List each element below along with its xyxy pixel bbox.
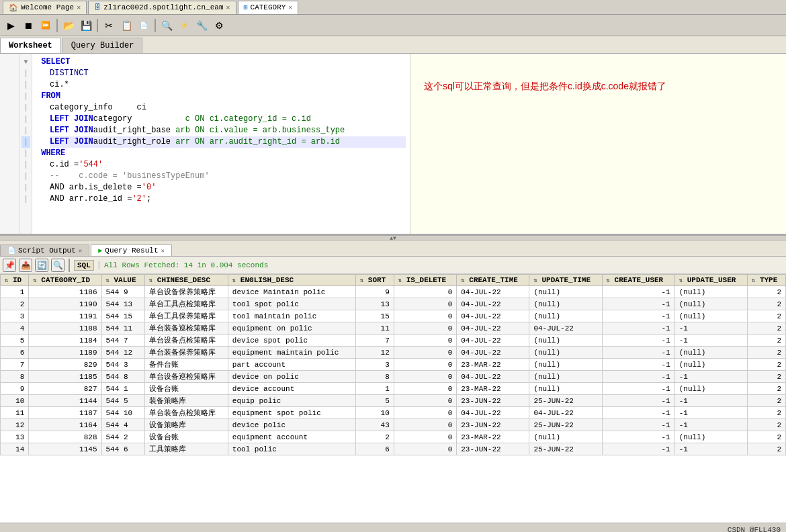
table-cell: (null) (529, 347, 602, 359)
separator-pipe: | (97, 261, 101, 270)
table-row[interactable]: 11186544 9单台设备保养策略库device Maintain polic… (1, 286, 786, 298)
format-button[interactable]: 🔧 (193, 17, 210, 34)
table-cell: equipment account (228, 431, 355, 443)
table-row[interactable]: 101144544 5装备策略库equip polic5023-JUN-2225… (1, 395, 786, 407)
table-cell: -1 (602, 322, 674, 335)
col-create-time[interactable]: ⇅ CREATE_TIME (457, 275, 529, 286)
sql-line-6: LEFT JOIN category c ON ci.category_id =… (50, 114, 406, 125)
sql-line-3: ci.* (50, 79, 406, 91)
col-category-id[interactable]: ⇅ CATEGORY_ID (29, 275, 101, 286)
close-icon[interactable]: ✕ (161, 247, 165, 255)
table-cell: 12 (355, 347, 394, 359)
explain-button[interactable]: ⚡ (176, 17, 192, 34)
table-cell: 8 (355, 371, 394, 383)
filter-button[interactable]: 🔍 (51, 259, 64, 272)
table-cell: 2 (747, 335, 785, 347)
col-chinese-desc[interactable]: ⇅ CHINESE_DESC (144, 275, 228, 286)
settings-button[interactable]: ⚙ (211, 17, 227, 34)
table-row[interactable]: 111187544 10单台装备点检策略库equipment spot poli… (1, 407, 786, 419)
table-cell: 04-JUL-22 (457, 347, 529, 359)
table-row[interactable]: 61189544 12单台装备保养策略库equipment maintain p… (1, 347, 786, 359)
export-button[interactable]: 📤 (19, 259, 32, 272)
search-button[interactable]: 🔍 (159, 17, 175, 34)
close-icon[interactable]: ✕ (226, 3, 230, 11)
col-sort[interactable]: ⇅ SORT (355, 275, 394, 286)
close-icon[interactable]: ✕ (288, 3, 292, 11)
table-row[interactable]: 31191544 15单台工具保养策略库tool maintain polic1… (1, 310, 786, 322)
paste-button[interactable]: 📄 (136, 17, 152, 34)
col-english-desc[interactable]: ⇅ ENGLISH_DESC (228, 275, 355, 286)
table-cell: 11 (355, 322, 394, 335)
col-id[interactable]: ⇅ ID (1, 275, 29, 286)
col-value[interactable]: ⇅ VALUE (101, 275, 144, 286)
run-button[interactable]: ▶ (3, 17, 19, 34)
line-numbers (0, 54, 20, 234)
sql-editor[interactable]: SELECT DISTINCT ci.* FROM category_info … (32, 54, 410, 234)
tab-query-result[interactable]: ▶ Query Result ✕ (91, 245, 172, 256)
col-is-delete[interactable]: ⇅ IS_DELETE (394, 275, 457, 286)
tab-script-output[interactable]: 📄 Script Output ✕ (0, 245, 89, 256)
open-button[interactable]: 📂 (60, 17, 77, 34)
tab-db[interactable]: 🗄 zl1rac002d.spotlight.cn_eam ✕ (88, 1, 236, 14)
table-cell: 9 (355, 286, 394, 298)
sql-line-5: category_info ci (50, 102, 406, 114)
title-bar: 🏠 Welcome Page ✕ 🗄 zl1rac002d.spotlight.… (0, 0, 786, 15)
refresh-button[interactable]: 🔄 (35, 259, 48, 272)
col-update-time[interactable]: ⇅ UPDATE_TIME (529, 275, 602, 286)
table-cell: 1189 (29, 347, 101, 359)
table-cell: 2 (747, 371, 785, 383)
table-cell: 1187 (29, 407, 101, 419)
col-type[interactable]: ⇅ TYPE (747, 275, 785, 286)
table-cell: 25-JUN-22 (529, 443, 602, 455)
table-row[interactable]: 51184544 7单台设备点检策略库device spot polic7004… (1, 335, 786, 347)
table-row[interactable]: 13828544 2设备台账equipment account2023-MAR-… (1, 431, 786, 443)
table-row[interactable]: 41188544 11单台装备巡检策略库equipment on polic11… (1, 322, 786, 335)
table-cell: 备件台账 (144, 359, 228, 371)
table-cell: 12 (1, 419, 29, 431)
table-row[interactable]: 121164544 4设备策略库device polic43023-JUN-22… (1, 419, 786, 431)
table-cell: 04-JUL-22 (457, 371, 529, 383)
table-row[interactable]: 141145544 6工具策略库tool polic6023-JUN-2225-… (1, 443, 786, 455)
tab-db-label: zl1rac002d.spotlight.cn_eam (103, 3, 223, 11)
table-cell: -1 (602, 419, 674, 431)
table-cell: 827 (29, 383, 101, 395)
table-cell: 设备台账 (144, 431, 228, 443)
table-cell: 装备策略库 (144, 395, 228, 407)
table-cell: 1184 (29, 335, 101, 347)
cut-button[interactable]: ✂ (101, 17, 117, 34)
col-create-user[interactable]: ⇅ CREATE_USER (602, 275, 674, 286)
status-text: CSDN @FLL430 (728, 526, 781, 533)
data-table-container[interactable]: ⇅ ID ⇅ CATEGORY_ID ⇅ VALUE ⇅ CHINESE_DES… (0, 274, 786, 523)
pin-button[interactable]: 📌 (3, 259, 16, 272)
sql-line-11: -- c.code = 'businessTypeEnum' (50, 171, 406, 182)
tab-category[interactable]: ⊞ CATEGORY ✕ (238, 1, 299, 14)
table-cell: -1 (674, 443, 747, 455)
table-cell: 14 (1, 443, 29, 455)
save-button[interactable]: 💾 (78, 17, 94, 34)
copy-button[interactable]: 📋 (118, 17, 134, 34)
table-cell: equipment spot polic (228, 407, 355, 419)
tab-querybuilder[interactable]: Query Builder (62, 38, 143, 53)
table-cell: 单台装备保养策略库 (144, 347, 228, 359)
table-row[interactable]: 81185544 8单台设备巡检策略库device on polic8004-J… (1, 371, 786, 383)
table-cell: 04-JUL-22 (529, 407, 602, 419)
tab-worksheet[interactable]: Worksheet (0, 38, 61, 53)
tab-welcome[interactable]: 🏠 Welcome Page ✕ (3, 1, 87, 14)
step-button[interactable]: ⏩ (38, 17, 54, 34)
close-icon[interactable]: ✕ (77, 3, 81, 11)
table-cell: 3 (1, 310, 29, 322)
col-update-user[interactable]: ⇅ UPDATE_USER (674, 275, 747, 286)
splitter[interactable]: ▲▼ (0, 235, 786, 240)
table-cell: 单台装备巡检策略库 (144, 322, 228, 335)
table-cell: device Maintain polic (228, 286, 355, 298)
table-cell: part account (228, 359, 355, 371)
results-table: ⇅ ID ⇅ CATEGORY_ID ⇅ VALUE ⇅ CHINESE_DES… (0, 274, 786, 455)
table-cell: 0 (394, 395, 457, 407)
table-row[interactable]: 7829544 3备件台账part account3023-MAR-22(nul… (1, 359, 786, 371)
close-icon[interactable]: ✕ (79, 247, 82, 255)
stop-button[interactable]: ⏹ (20, 17, 36, 34)
table-row[interactable]: 9827544 1设备台账device account1023-MAR-22(n… (1, 383, 786, 395)
table-cell: (null) (529, 286, 602, 298)
table-cell: 23-JUN-22 (457, 443, 529, 455)
table-row[interactable]: 21190544 13单台工具点检策略库tool spot polic13004… (1, 298, 786, 310)
